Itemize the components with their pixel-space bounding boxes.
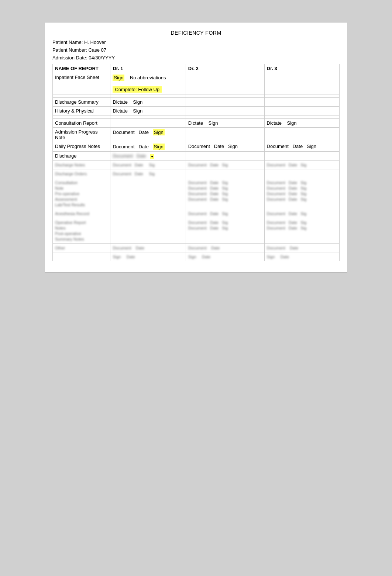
blurred-dr3-5: Document Date Sig Document Date Sig	[264, 218, 339, 244]
blurred-dr3-3: Document Date Sig Document Date Sig Docu…	[264, 178, 339, 209]
row-admission-progress-note: Admission Progress Note Document Date Si…	[53, 128, 340, 142]
blurred-dr1-4	[110, 209, 186, 218]
blurred-row-1: Discharge Notes Document Date Sig Docume…	[53, 161, 340, 169]
blurred-footer-col3: Sign Date	[186, 252, 264, 261]
blurred-dr2-4: Document Date Sig	[186, 209, 264, 218]
header-report: NAME OF REPORT	[53, 64, 110, 73]
dr1-admission-progress: Document Date Sign	[110, 128, 186, 142]
blurred-dr2-2	[186, 169, 264, 178]
blurred-dr3-6: Document Date	[264, 244, 339, 252]
blurred-dr2-6: Document Date	[186, 244, 264, 252]
header-dr2: Dr. 2	[186, 64, 264, 73]
report-label-admission-progress: Admission Progress Note	[53, 128, 110, 142]
blurred-row-footer: Sign Date Sign Date Sign Date	[53, 252, 340, 261]
blurred-dr1-3	[110, 178, 186, 209]
dr1-discharge: Document Date ●	[110, 152, 186, 161]
header-dr1: Dr. 1	[110, 64, 186, 73]
admission-date: Admission Date: 04/30/YYYY	[52, 54, 340, 62]
blurred-footer-col2: Sign Date	[110, 252, 186, 261]
spacer-row-1	[53, 94, 340, 98]
blurred-dr1-5	[110, 218, 186, 244]
header-dr3: Dr. 3	[264, 64, 339, 73]
report-label-daily-progress: Daily Progress Notes	[53, 142, 110, 152]
blurred-row-2: Discharge Orders Document Date Sig	[53, 169, 340, 178]
blurred-dr1-1: Document Date Sig	[110, 161, 186, 169]
dr2-daily-progress: Document Date Sign	[186, 142, 264, 152]
dr3-consultation: Dictate Sign	[264, 119, 339, 128]
dr1-daily-progress: Document Date Sign	[110, 142, 186, 152]
blurred-footer-col4: Sign Date	[264, 252, 339, 261]
blurred-row-3: ConsultationNotePre-operativeAssessmentL…	[53, 178, 340, 209]
deficiency-form: DEFICIENCY FORM Patient Name: H. Hoover …	[45, 22, 347, 273]
blurred-dr1-2: Document Date Sig	[110, 169, 186, 178]
row-consultation-report: Consultation Report Dictate Sign Dictate…	[53, 119, 340, 128]
sign-highlight-daily: Sign	[153, 144, 165, 150]
blurred-dr2-3: Document Date Sig Document Date Sig Docu…	[186, 178, 264, 209]
blurred-dr1-6: Document Date	[110, 244, 186, 252]
spacer-row-2	[53, 115, 340, 119]
dr2-history-physical	[186, 107, 264, 115]
form-title: DEFICIENCY FORM	[52, 30, 340, 36]
row-discharge: Discharge Document Date ●	[53, 152, 340, 161]
dr2-admission-progress	[186, 128, 264, 142]
dr3-admission-progress	[264, 128, 339, 142]
sign-highlight-admission: Sign	[153, 129, 165, 135]
dr2-inpatient	[186, 73, 264, 94]
dr3-inpatient	[264, 73, 339, 94]
blurred-footer-col1	[53, 252, 110, 261]
row-history-physical: History & Physical Dictate Sign	[53, 107, 340, 115]
dr2-consultation: Dictate Sign	[186, 119, 264, 128]
blurred-dr2-1: Document Date Sig	[186, 161, 264, 169]
blurred-label-2: Discharge Orders	[53, 169, 110, 178]
sign-highlight: Sign	[113, 75, 124, 81]
blurred-label-1: Discharge Notes	[53, 161, 110, 169]
blurred-label-6: Other	[53, 244, 110, 252]
dr3-daily-progress: Document Date Sign	[264, 142, 339, 152]
dr1-discharge-summary: Dictate Sign	[110, 98, 186, 107]
dr1-history-physical: Dictate Sign	[110, 107, 186, 115]
report-label-consultation: Consultation Report	[53, 119, 110, 128]
dr1-consultation	[110, 119, 186, 128]
blurred-label-3: ConsultationNotePre-operativeAssessmentL…	[53, 178, 110, 209]
dr1-discharge-blurred: Document Date	[113, 154, 146, 159]
report-label-discharge-summary: Discharge Summary	[53, 98, 110, 107]
blurred-dr3-2	[264, 169, 339, 178]
complete-followup-highlight: Complete: Follow Up	[113, 86, 162, 93]
dr2-discharge	[186, 152, 264, 161]
dr3-discharge	[264, 152, 339, 161]
blurred-dr2-5: Document Date Sig Document Date Sig	[186, 218, 264, 244]
dr2-discharge-summary	[186, 98, 264, 107]
report-label-discharge: Discharge	[53, 152, 110, 161]
patient-info: Patient Name: H. Hoover Patient Number: …	[52, 39, 340, 62]
patient-name: Patient Name: H. Hoover	[52, 39, 340, 46]
blurred-dr3-4: Document Date Sig	[264, 209, 339, 218]
blurred-label-5: Operative ReportNotesPost-operativeSumma…	[53, 218, 110, 244]
dr3-history-physical	[264, 107, 339, 115]
patient-number: Patient Number: Case 07	[52, 46, 340, 54]
blurred-label-4: Anesthesia Record	[53, 209, 110, 218]
report-label-inpatient: Inpatient Face Sheet	[53, 73, 110, 94]
row-inpatient-face-sheet: Inpatient Face Sheet Sign No abbreviatio…	[53, 73, 340, 94]
blurred-row-5: Operative ReportNotesPost-operativeSumma…	[53, 218, 340, 244]
table-header-row: NAME OF REPORT Dr. 1 Dr. 2 Dr. 3	[53, 64, 340, 73]
dr3-discharge-summary	[264, 98, 339, 107]
dr1-inpatient: Sign No abbreviations Complete: Follow U…	[110, 73, 186, 94]
blurred-row-4: Anesthesia Record Document Date Sig Docu…	[53, 209, 340, 218]
blurred-row-6: Other Document Date Document Date Docume…	[53, 244, 340, 252]
row-daily-progress-notes: Daily Progress Notes Document Date Sign …	[53, 142, 340, 152]
blurred-dr3-1: Document Date Sig	[264, 161, 339, 169]
row-discharge-summary: Discharge Summary Dictate Sign	[53, 98, 340, 107]
dot-highlight: ●	[150, 154, 154, 159]
report-label-history-physical: History & Physical	[53, 107, 110, 115]
deficiency-table: NAME OF REPORT Dr. 1 Dr. 2 Dr. 3 Inpatie…	[52, 64, 340, 261]
